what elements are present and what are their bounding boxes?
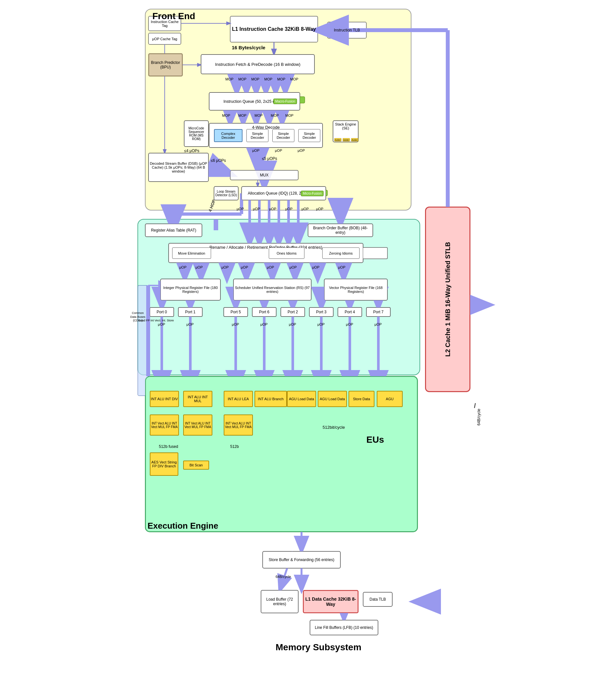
eus-label: EUs	[366, 434, 384, 445]
dsb-box: Decoded Stream Buffer (DSB) (μOP Cache) …	[148, 153, 209, 181]
uop-after-rename-6: μOP	[290, 265, 297, 269]
eu-p1-int: INT ALU INT MUL	[183, 391, 212, 407]
eu-p1-bitscan: Bit Scan	[183, 461, 209, 470]
le5-uops-label: ≤5 μOPs	[262, 156, 277, 161]
port0-label: Port 0	[150, 307, 174, 317]
l1-icache-box: L1 Instruction Cache 32KiB 8-Way	[230, 16, 318, 42]
hop4-label: 4 HOP	[208, 199, 216, 212]
svg-line-30	[211, 167, 230, 175]
eu-p1-vec: INT Vect ALU INT Vect MUL FP FMA	[183, 414, 212, 436]
execution-engine-label: Execution Engine	[147, 521, 218, 531]
int-phys-reg-box: Integer Physical Register File (180 Regi…	[161, 279, 221, 300]
uop-port6: μOP	[260, 322, 268, 326]
uop-after-idq-6: μOP	[316, 207, 323, 211]
micro-fusion-badge: Micro-Fusion	[301, 191, 324, 196]
eu-p3-agu: AGU Load Data	[318, 391, 347, 407]
instruction-tlb-box: Instruction TLB	[327, 22, 366, 38]
uop-port3: μOP	[318, 322, 325, 326]
mop-label-r1-2: MOP	[238, 77, 246, 81]
uop-port4: μOP	[346, 322, 353, 326]
port7-label: Port 7	[366, 307, 390, 317]
move-elim-box: Move Elimination	[172, 248, 211, 259]
eu-p6-int: INT ALU Branch	[255, 391, 287, 407]
mop-label-r1-1: MOP	[225, 77, 233, 81]
port4-label: Port 4	[338, 307, 362, 317]
eu-p0-int: INT ALU INT DIV	[150, 391, 179, 407]
uop-port7: μOP	[374, 322, 382, 326]
le4-uops-label: ≤4 μOPs	[184, 148, 199, 153]
mop-label-r1-6: MOP	[290, 77, 298, 81]
uop-after-idq-3: μOP	[269, 207, 276, 211]
port2-label: Port 2	[281, 307, 305, 317]
fetch-predecode-box: Instruction Fetch & PreDecode (16 B wind…	[201, 54, 314, 74]
eu-p7-agu: AGU	[377, 391, 403, 407]
vec-phys-reg-box: Vector Physical Register File (168 Regis…	[324, 279, 387, 300]
cdb-loads-label: Load FP Int Vect. Int. Store	[139, 318, 174, 323]
bob-box: Branch Order Buffer (BOB) (48-entry)	[308, 224, 373, 237]
uop-after-rename-2: μOP	[195, 265, 202, 269]
rename-alloc-box: Rename / Allocate / Retirement ReOrder B…	[168, 243, 363, 263]
lsd-box: Loop Stream Detector (LSD)	[214, 187, 238, 200]
se-adder1: Adder	[334, 138, 341, 141]
mux-box: MUX	[230, 170, 298, 180]
cpu-diagram: Front End L1 Instruction Cache 32KiB 8-W…	[136, 6, 480, 675]
uop-port2: μOP	[289, 322, 296, 326]
mop-label-r2-1: MOP	[222, 113, 230, 117]
icache-tag-box: Instruction Cache Tag	[148, 16, 181, 31]
port6-label: Port 6	[252, 307, 276, 317]
uop-after-idq-1: μOP	[237, 207, 244, 211]
simple-decoder-1-box: Simple Decoder	[246, 129, 269, 142]
mop-label-r2-4: MOP	[271, 113, 279, 117]
port1-label: Port 1	[178, 307, 202, 317]
line-fill-buf-box: Line Fill Buffers (LFB) (10 entries)	[310, 620, 378, 635]
uop-after-rename-4: μOP	[241, 265, 248, 269]
l2-cache-box: L2 Cache 1 MiB 16-Way Unified STLB	[425, 207, 470, 392]
uop-after-sd1: μOP	[252, 148, 259, 153]
load-buf-box: Load Buffer (72 entries)	[261, 590, 298, 613]
l1-dcache-box: L1 Data Cache 32KiB 8-Way	[303, 590, 358, 613]
zeroing-idioms-box: Zeroing Idioms	[322, 248, 359, 259]
eu-p4-store: Store Data	[348, 391, 374, 407]
uop-after-idq-2: μOP	[253, 207, 260, 211]
512b-label: 512b	[230, 444, 239, 449]
uop-after-rename-1: μOP	[179, 265, 187, 269]
uop-after-idq-5: μOP	[302, 207, 309, 211]
uop-after-sd3: μOP	[298, 148, 305, 153]
microcode-seq-box: MicroCode Sequencer ROM (MS ROM)	[184, 121, 209, 147]
uop-after-rename-3: μOP	[222, 265, 229, 269]
svg-line-93	[209, 165, 232, 174]
instr-queue-box: Instruction Queue (50, 2x25 entries) Mac…	[209, 92, 300, 110]
mop-label-r2-5: MOP	[285, 113, 293, 117]
uop-after-rename-8: μOP	[338, 265, 345, 269]
se-adder2: Adder	[343, 138, 350, 141]
mop-label-r2-3: MOP	[255, 113, 263, 117]
mop-label-r2-2: MOP	[238, 113, 246, 117]
uop-after-rename-7: μOP	[312, 265, 319, 269]
branch-predictor-box: Branch Predictor (BPU)	[148, 53, 182, 76]
mop-label-r1-3: MOP	[251, 77, 259, 81]
macro-fusion-badge: Macro-Fusion	[273, 99, 297, 104]
eu-p2-agu: AGU Load Data	[287, 391, 316, 407]
memory-label: Memory Subsystem	[276, 642, 361, 652]
bytes-per-cycle-label: 16 Bytes/cycle	[232, 45, 265, 50]
alloc-queue-box: Allocation Queue (IDQ) (128, 2x64 μOPs) …	[242, 187, 326, 200]
uop-port5: μOP	[232, 322, 239, 326]
eu-p5-vec: INT Vect ALU INT Vect MUL FP FMA	[224, 414, 253, 436]
uop-after-idq-4: μOP	[285, 207, 292, 211]
se-adder3: Adder	[351, 138, 358, 141]
simple-decoder-2-box: Simple Decoder	[272, 129, 294, 142]
complex-decoder-box: Complex Decoder	[214, 129, 243, 142]
simple-decoder-3-box: Simple Decoder	[298, 129, 320, 142]
uop-after-sd2: μOP	[275, 148, 282, 153]
64b-cycle-label: 64B/cycle	[276, 575, 291, 579]
port3-label: Port 3	[309, 307, 333, 317]
uop-cache-tag-box: μOP Cache Tag	[148, 33, 181, 44]
mop-label-r1-5: MOP	[277, 77, 285, 81]
slash-mark: /	[474, 402, 476, 410]
ones-idioms-box: Ones Idioms	[269, 248, 305, 259]
mop-label-r1-4: MOP	[264, 77, 272, 81]
eu-p0-vec: INT Vect ALU INT Vect MUL FP FMA	[150, 414, 179, 436]
rat-box: Register Alias Table (RAT)	[145, 224, 202, 237]
data-tlb-box: Data TLB	[363, 592, 392, 606]
512bit-cycle-label: 512bit/cycle	[323, 425, 345, 430]
